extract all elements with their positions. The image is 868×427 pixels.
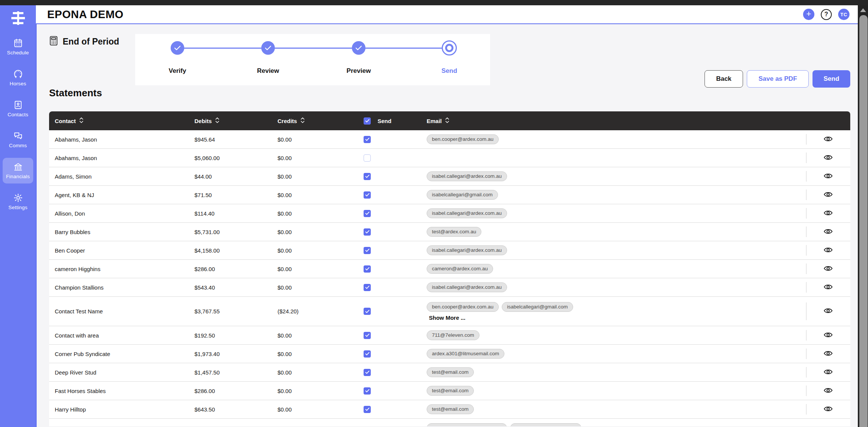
vertical-scrollbar[interactable] [858, 5, 868, 427]
contact-name: Ben Cooper [49, 247, 194, 254]
column-header-email[interactable]: Email [427, 117, 806, 125]
view-statement-button[interactable] [823, 387, 833, 395]
email-chip[interactable]: isabel.callegari@ardex.com.au [427, 208, 507, 218]
view-statement-button[interactable] [823, 154, 833, 162]
email-chip[interactable]: isabelcallegari@gmail.com [510, 423, 581, 426]
credits-value: $0.00 [278, 332, 364, 339]
email-chip[interactable]: ben.cooper@ardex.com.au [427, 134, 499, 144]
send-cell [364, 173, 427, 180]
view-statement-button[interactable] [823, 228, 833, 236]
send-checkbox[interactable] [364, 265, 371, 273]
send-checkbox[interactable] [364, 191, 371, 199]
actions-cell [806, 345, 850, 363]
scrollbar-thumb[interactable] [859, 15, 868, 427]
send-checkbox[interactable] [364, 387, 371, 395]
email-chip[interactable]: 711@7eleven.com [427, 330, 479, 340]
eye-icon [823, 284, 833, 291]
email-chip[interactable]: isabel.callegari@ardex.com.au [427, 282, 507, 292]
send-checkbox[interactable] [364, 350, 371, 358]
column-header-debits[interactable]: Debits [194, 117, 278, 125]
email-chip[interactable]: test@ardex.com.au [427, 227, 481, 237]
table-row: Abahams, Jason$5,060.00$0.00 [49, 149, 850, 167]
view-statement-button[interactable] [823, 307, 833, 315]
email-chip[interactable]: isabelcallegari@gmail.com [427, 190, 498, 200]
window-top-strip [0, 0, 868, 5]
send-cell [364, 406, 427, 413]
view-statement-button[interactable] [823, 210, 833, 217]
view-statement-button[interactable] [823, 405, 833, 413]
column-header-actions [806, 111, 850, 130]
view-statement-button[interactable] [823, 136, 833, 143]
view-statement-button[interactable] [823, 173, 833, 180]
debits-value: $114.40 [194, 210, 278, 217]
view-statement-button[interactable] [823, 265, 833, 273]
eye-icon [823, 247, 833, 254]
send-checkbox[interactable] [364, 173, 371, 180]
view-statement-button[interactable] [823, 247, 833, 254]
send-checkbox[interactable] [364, 332, 371, 339]
credits-value: $0.00 [278, 155, 364, 161]
send-checkbox[interactable] [364, 284, 371, 291]
sidebar-item-schedule[interactable]: Schedule [2, 34, 34, 60]
email-chip[interactable]: ben.cooper@ardex.com.au [427, 302, 499, 312]
help-button[interactable]: ? [821, 9, 832, 20]
step-send-marker[interactable] [442, 40, 457, 55]
view-statement-button[interactable] [823, 191, 833, 199]
send-checkbox[interactable] [364, 308, 371, 315]
email-chip[interactable]: test@email.com [427, 386, 474, 396]
sidebar-item-settings[interactable]: Settings [2, 189, 34, 214]
email-chip[interactable]: test@email.com [427, 404, 474, 414]
send-button[interactable]: Send [812, 70, 850, 88]
column-header-contact[interactable]: Contact [49, 117, 194, 125]
email-chip[interactable]: isabel.callegari@ardex.com.au [427, 423, 507, 426]
step-verify-marker[interactable] [171, 41, 184, 55]
app-bar: EPONA DEMO + ? TC [36, 5, 858, 24]
view-statement-button[interactable] [823, 368, 833, 376]
email-chip[interactable]: ardex.a301@litmusemail.com [427, 349, 504, 359]
step-review-marker[interactable] [261, 41, 275, 55]
view-statement-button[interactable] [823, 331, 833, 339]
sidebar-item-financials[interactable]: Financials [3, 158, 33, 183]
email-chip[interactable]: isabel.callegari@ardex.com.au [427, 245, 507, 255]
send-checkbox[interactable] [364, 136, 371, 143]
send-checkbox[interactable] [364, 247, 371, 254]
email-chip[interactable]: isabel.callegari@ardex.com.au [427, 171, 507, 181]
save-as-pdf-button[interactable]: Save as PDF [747, 70, 809, 88]
sidebar-item-horses[interactable]: Horses [2, 65, 34, 91]
send-checkbox[interactable] [364, 210, 371, 217]
send-checkbox[interactable] [364, 369, 371, 376]
sidebar-item-comms[interactable]: Comms [2, 127, 34, 153]
back-button[interactable]: Back [705, 70, 743, 88]
show-more-link[interactable]: Show More ... [429, 314, 466, 321]
step-preview-marker[interactable] [352, 41, 365, 55]
eye-icon [823, 228, 833, 236]
email-chip[interactable]: test@email.com [427, 367, 474, 377]
user-avatar[interactable]: TC [838, 9, 849, 20]
add-button[interactable]: + [803, 9, 814, 20]
cell-divider [806, 404, 806, 415]
scroll-up-arrow-icon[interactable] [860, 8, 866, 12]
epona-logo-icon[interactable] [10, 11, 26, 26]
table-row: Barry Bubbles$5,731.00$0.00test@ardex.co… [49, 223, 850, 241]
credits-value: ($24.20) [278, 308, 364, 314]
column-header-credits[interactable]: Credits [278, 117, 364, 125]
cell-divider [806, 245, 806, 256]
sort-icon[interactable] [301, 117, 305, 125]
email-cell: test@email.com [427, 386, 806, 396]
send-checkbox[interactable] [364, 228, 371, 236]
debits-value: $643.50 [194, 406, 278, 413]
sort-icon[interactable] [445, 117, 449, 125]
select-all-send-checkbox[interactable] [364, 117, 371, 125]
email-chip[interactable]: cameron@ardex.com.au [427, 264, 493, 274]
send-checkbox[interactable] [364, 406, 371, 413]
sidebar-item-contacts[interactable]: Contacts [2, 96, 34, 122]
sort-icon[interactable] [79, 117, 83, 125]
table-row: Allison, Don$114.40$0.00isabel.callegari… [49, 204, 850, 223]
view-statement-button[interactable] [823, 284, 833, 291]
send-checkbox[interactable] [364, 154, 371, 162]
eye-icon [823, 136, 833, 143]
sort-icon[interactable] [215, 117, 219, 125]
email-chip[interactable]: isabelcallegari@gmail.com [502, 302, 573, 312]
view-statement-button[interactable] [823, 350, 833, 358]
credits-value: $0.00 [278, 136, 364, 143]
